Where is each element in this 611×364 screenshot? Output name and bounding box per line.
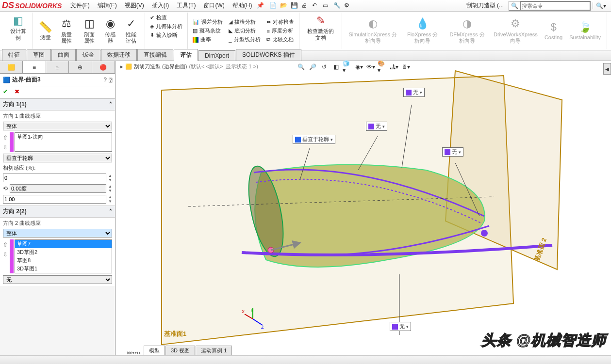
sustainability-button[interactable]: 🍃Sustainability (566, 20, 604, 42)
dfmxpress-button[interactable]: ◑DFMXpress 分析向导 (445, 16, 490, 45)
menu-edit[interactable]: 编辑(E) (95, 0, 120, 11)
move-up-icon[interactable]: ⇧ (3, 241, 8, 248)
tab-plugins[interactable]: SOLIDWORKS 插件 (236, 49, 301, 61)
search-input[interactable] (520, 1, 590, 10)
spinner-arrows[interactable]: ▲▼ (108, 174, 112, 182)
callout-none-4[interactable]: 无▾ (390, 322, 411, 331)
dir1-curve-select[interactable]: 整体 (3, 122, 112, 130)
flyout-tree[interactable]: ▸ 🟨 刮胡刀造型 (边界曲面) (默认< <默认>_显示状态 1 >) (120, 63, 258, 70)
tab-sheetmetal[interactable]: 钣金 (76, 49, 100, 61)
tab-dimxpert[interactable]: DimXpert (198, 50, 235, 61)
view-settings-icon[interactable]: 🖥▾ (401, 62, 411, 72)
zoom-fit-icon[interactable]: 🔍 (296, 62, 306, 72)
graphics-viewport[interactable]: ▸ 🟨 刮胡刀造型 (边界曲面) (默认< <默认>_显示状态 1 >) (116, 61, 611, 355)
performance-button[interactable]: ✓性能评估 (120, 16, 142, 45)
undercut-button[interactable]: ◣底切分析 (227, 27, 263, 35)
dir2-none-select[interactable]: 无 (3, 275, 112, 284)
parting-line-button[interactable]: ⎯分型线分析 (227, 35, 263, 44)
callout-none-2[interactable]: 无▾ (403, 88, 425, 97)
model-tab[interactable]: 模型 (144, 346, 165, 355)
new-icon[interactable]: 📄 (269, 2, 277, 10)
config-tab[interactable]: ⎄ (46, 61, 69, 73)
direction1-header[interactable]: 方向 1(1)˄ (0, 98, 115, 111)
motion-study-tab[interactable]: 运动算例 1 (196, 346, 232, 355)
property-manager-tab[interactable]: ≡ (23, 61, 46, 73)
check-button[interactable]: ✔检查 (148, 14, 184, 22)
dir2-item-1[interactable]: 3D草图2 (15, 248, 112, 256)
task-pane-flyout[interactable]: ◀ (603, 63, 611, 75)
callout-none-1[interactable]: 无▾ (366, 122, 387, 131)
angle-input[interactable] (10, 184, 106, 193)
deviation-button[interactable]: 📊误差分析 (191, 18, 225, 26)
direction2-header[interactable]: 方向 2(2)˄ (0, 206, 115, 218)
reset-icon[interactable]: ⟲ (3, 185, 8, 192)
tab-migrate[interactable]: 数据迁移 (101, 49, 137, 61)
previous-view-icon[interactable]: ↺ (319, 62, 329, 72)
view-triad[interactable]: Y Z X (241, 307, 265, 331)
symmetry-button[interactable]: ⇔对称检查 (264, 18, 296, 26)
move-up-icon[interactable]: ⇧ (3, 134, 8, 141)
costing-button[interactable]: $Costing (542, 20, 565, 42)
thickness-button[interactable]: ≡厚度分析 (264, 27, 296, 35)
pushpin-icon[interactable]: 📌 (257, 2, 264, 10)
apply-scene-icon[interactable]: 🏞▾ (389, 62, 399, 72)
import-diagnostics-button[interactable]: ⬇输入诊断 (148, 31, 184, 39)
geometry-analysis-button[interactable]: ◈几何体分析 (148, 22, 184, 31)
design-study-button[interactable]: ◧设计算例 (7, 14, 30, 42)
scale-input[interactable] (3, 195, 106, 204)
dir2-item-3[interactable]: 3D草图1 (15, 265, 112, 273)
hide-show-icon[interactable]: 👁▾ (366, 62, 376, 72)
edit-appearance-icon[interactable]: 🎨▾ (378, 62, 387, 72)
move-down-icon[interactable]: ⇩ (3, 251, 8, 258)
compare-button[interactable]: ⧉比较文档 (264, 35, 296, 44)
menu-insert[interactable]: 插入(I) (149, 0, 172, 11)
curvature-button[interactable]: 曲率 (191, 35, 225, 44)
simulation-xpress-button[interactable]: ◐SimulationXpress 分析向导 (345, 16, 400, 45)
3dview-tab[interactable]: 3D 视图 (165, 346, 195, 355)
tab-evaluate[interactable]: 评估 (174, 49, 198, 61)
driveworks-button[interactable]: ⚙DriveWorksXpress 向导 (491, 16, 541, 45)
help-icon-2[interactable]: ⍰ (109, 77, 112, 83)
callout-none-3[interactable]: 无▾ (442, 147, 463, 157)
menu-window[interactable]: 窗口(W) (200, 0, 227, 11)
display-tab[interactable]: 🔴 (92, 61, 115, 73)
select-icon[interactable]: ▭ (323, 2, 330, 10)
menu-view[interactable]: 视图(V) (122, 0, 147, 11)
tab-sketch[interactable]: 草图 (27, 49, 51, 61)
section-view-icon[interactable]: ◧ (331, 62, 341, 72)
zoom-area-icon[interactable]: 🔎 (308, 62, 317, 72)
rebuild-icon[interactable]: 🔧 (333, 2, 341, 10)
tab-surface[interactable]: 曲面 (51, 49, 76, 61)
options-icon[interactable]: ⚙ (344, 2, 352, 10)
menu-tools[interactable]: 工具(T) (174, 0, 198, 11)
print-icon[interactable]: 🖨 (301, 2, 309, 10)
dir1-normal-select[interactable]: 垂直于轮廓 (3, 154, 112, 162)
help-icon[interactable]: ? (103, 77, 107, 83)
sensor-button[interactable]: ◉传感器 (101, 16, 119, 45)
dir2-item-2[interactable]: 草图8 (15, 256, 112, 265)
save-icon[interactable]: 💾 (291, 2, 298, 10)
search-button[interactable]: 🔍▾ (593, 2, 609, 9)
tangent-value-input[interactable] (3, 174, 106, 182)
feature-tree-tab[interactable]: 🟨 (0, 61, 23, 73)
view-orientation-icon[interactable]: 🧊▾ (343, 62, 352, 72)
expand-icon[interactable]: ▸ (120, 63, 123, 70)
tab-direct-edit[interactable]: 直接编辑 (137, 49, 173, 61)
tab-features[interactable]: 特征 (2, 49, 26, 61)
open-icon[interactable]: 📂 (280, 2, 288, 10)
section-props-button[interactable]: ◫剖面属性 (79, 16, 100, 45)
undo-icon[interactable]: ↶ (312, 2, 320, 10)
check-active-button[interactable]: ✎检查激活的文档 (302, 14, 339, 42)
dir2-curve-select[interactable]: 整体 (3, 229, 112, 237)
draft-button[interactable]: ◢拔模分析 (227, 18, 263, 26)
menu-help[interactable]: 帮助(H) (230, 0, 255, 11)
spinner-arrows[interactable]: ▲▼ (108, 195, 112, 204)
dimxpert-tab[interactable]: ⊕ (69, 61, 92, 73)
ok-button[interactable]: ✔ (3, 88, 11, 96)
spinner-arrows[interactable]: ▲▼ (108, 184, 112, 193)
command-search[interactable]: 🔍 (509, 1, 591, 11)
mass-props-button[interactable]: ⚖质量属性 (56, 16, 78, 45)
tab-nav-icons[interactable]: ⏮◀▶⏭ (125, 350, 144, 355)
display-style-icon[interactable]: ◉▾ (354, 62, 364, 72)
dir1-item[interactable]: 草图1-法向 (15, 133, 112, 141)
